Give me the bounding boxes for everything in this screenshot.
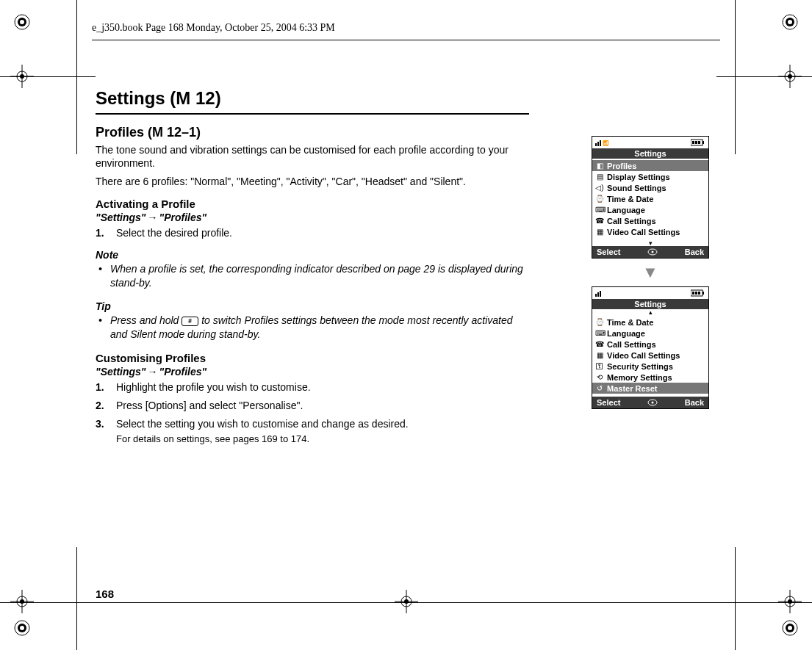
nav-left: "Settings" bbox=[96, 366, 146, 378]
crop-mark-icon bbox=[778, 65, 802, 88]
menu-item-icon: ▤ bbox=[595, 173, 604, 181]
menu-item[interactable]: ▤Display Settings bbox=[592, 171, 708, 182]
svg-point-5 bbox=[788, 20, 792, 24]
menu-item[interactable]: ☎Call Settings bbox=[592, 339, 708, 350]
step-text: Select the desired profile. bbox=[116, 227, 232, 239]
svg-point-22 bbox=[17, 596, 27, 607]
crop-line bbox=[76, 0, 77, 154]
menu-item-label: Memory Settings bbox=[607, 373, 672, 382]
softkey-back[interactable]: Back bbox=[685, 398, 704, 407]
crop-mark-icon bbox=[778, 10, 802, 34]
signal-icon: 📶 bbox=[595, 139, 608, 146]
menu-item-label: Call Settings bbox=[607, 217, 656, 225]
phone-screenshot-1: 📶 Settings ◧Profiles▤Display Settings◁)S… bbox=[592, 136, 709, 259]
svg-point-3 bbox=[783, 15, 797, 29]
softkey-back[interactable]: Back bbox=[685, 248, 704, 256]
section-title: Profiles (M 12–1) bbox=[96, 125, 529, 140]
svg-point-18 bbox=[785, 71, 795, 82]
svg-point-10 bbox=[786, 624, 794, 632]
menu-item[interactable]: ▦Video Call Settings bbox=[592, 350, 708, 361]
step-text: Highlight the profile you wish to custom… bbox=[116, 381, 311, 393]
menu-item[interactable]: ⌨Language bbox=[592, 328, 708, 339]
menu-item-label: Video Call Settings bbox=[607, 351, 680, 360]
phone-title: Settings bbox=[592, 148, 708, 159]
menu-item[interactable]: ⟲Memory Settings bbox=[592, 372, 708, 383]
crop-line bbox=[0, 602, 812, 603]
crop-mark-icon bbox=[10, 10, 34, 34]
step-number: 2. bbox=[96, 399, 104, 413]
menu-item[interactable]: ⌚Time & Date bbox=[592, 317, 708, 328]
menu-item-icon: ☎ bbox=[595, 340, 604, 348]
menu-item-label: Display Settings bbox=[607, 173, 670, 181]
crop-line bbox=[0, 76, 96, 77]
scroll-indicator: ▾ bbox=[592, 240, 708, 246]
menu-item-icon: ▦ bbox=[595, 351, 604, 359]
menu-item[interactable]: ⌚Time & Date bbox=[592, 193, 708, 204]
menu-item-label: Master Reset bbox=[607, 384, 657, 393]
hash-key-icon: ＃ bbox=[182, 317, 198, 326]
scroll-indicator: ▴ bbox=[592, 309, 708, 315]
svg-rect-36 bbox=[695, 141, 697, 144]
tip-label: Tip bbox=[96, 300, 529, 312]
menu-item-icon: ↺ bbox=[595, 384, 604, 392]
svg-point-31 bbox=[404, 599, 409, 604]
menu-item-label: Profiles bbox=[607, 162, 636, 170]
battery-icon bbox=[691, 289, 705, 297]
nav-path-customising: "Settings" → "Profiles" bbox=[96, 366, 529, 378]
softkey-bar: Select Back bbox=[592, 246, 708, 258]
battery-icon bbox=[691, 139, 705, 146]
section-intro: The tone sound and vibration settings ca… bbox=[96, 143, 529, 170]
nav-left: "Settings" bbox=[96, 212, 146, 223]
crop-line bbox=[716, 76, 812, 77]
svg-point-0 bbox=[15, 15, 29, 29]
step-text: Select the setting you wish to customise… bbox=[116, 418, 409, 430]
svg-point-8 bbox=[20, 626, 24, 630]
menu-item-label: Time & Date bbox=[607, 318, 653, 327]
note-text: •When a profile is set, the correspondin… bbox=[96, 262, 529, 290]
nav-right: "Profiles" bbox=[159, 366, 207, 378]
step-number: 3. bbox=[96, 417, 104, 431]
status-bar bbox=[592, 287, 708, 299]
menu-item-icon: ◁) bbox=[595, 184, 604, 192]
page-title: Settings (M 12) bbox=[96, 88, 529, 109]
crop-mark-icon bbox=[395, 590, 418, 613]
center-key-icon[interactable] bbox=[647, 399, 658, 406]
crop-mark-icon bbox=[778, 590, 802, 613]
steps-customising: 1.Highlight the profile you wish to cust… bbox=[96, 380, 529, 445]
svg-point-15 bbox=[20, 74, 24, 79]
softkey-select[interactable]: Select bbox=[597, 398, 620, 407]
menu-item[interactable]: ◁)Sound Settings bbox=[592, 182, 708, 193]
menu-item-label: Time & Date bbox=[607, 195, 653, 203]
page-content: Settings (M 12) Profiles (M 12–1) The to… bbox=[96, 88, 529, 454]
step-item: 1.Highlight the profile you wish to cust… bbox=[96, 380, 529, 394]
center-key-icon[interactable] bbox=[647, 248, 658, 256]
phone-column: 📶 Settings ◧Profiles▤Display Settings◁)S… bbox=[592, 136, 709, 418]
page-number: 168 bbox=[96, 588, 114, 600]
svg-point-27 bbox=[788, 599, 792, 604]
menu-item[interactable]: ⌨Language bbox=[592, 204, 708, 215]
menu-item-icon: ⟲ bbox=[595, 373, 604, 381]
menu-item-label: Video Call Settings bbox=[607, 228, 680, 236]
svg-rect-43 bbox=[695, 292, 697, 295]
phone-menu-list: ⌚Time & Date⌨Language☎Call Settings▦Vide… bbox=[592, 315, 708, 397]
menu-item[interactable]: ☎Call Settings bbox=[592, 215, 708, 226]
menu-item[interactable]: ▦Video Call Settings bbox=[592, 226, 708, 237]
svg-point-46 bbox=[652, 402, 654, 404]
step-detail: For details on settings, see pages 169 t… bbox=[116, 433, 529, 446]
menu-item-icon: ⚿ bbox=[595, 362, 604, 370]
steps-activating: 1.Select the desired profile. bbox=[96, 226, 529, 240]
svg-rect-41 bbox=[703, 292, 704, 295]
menu-item-icon: ⌨ bbox=[595, 329, 604, 337]
menu-item[interactable]: ◧Profiles bbox=[592, 160, 708, 171]
note-label: Note bbox=[96, 249, 529, 261]
menu-item[interactable]: ↺Master Reset bbox=[592, 383, 708, 394]
svg-point-7 bbox=[18, 624, 26, 632]
svg-rect-44 bbox=[698, 292, 700, 295]
svg-point-30 bbox=[401, 596, 412, 607]
softkey-select[interactable]: Select bbox=[597, 248, 620, 256]
svg-point-39 bbox=[652, 251, 654, 253]
customising-heading: Customising Profiles bbox=[96, 352, 529, 364]
menu-item-label: Language bbox=[607, 329, 645, 338]
svg-point-26 bbox=[785, 596, 795, 607]
menu-item[interactable]: ⚿Security Settings bbox=[592, 361, 708, 372]
